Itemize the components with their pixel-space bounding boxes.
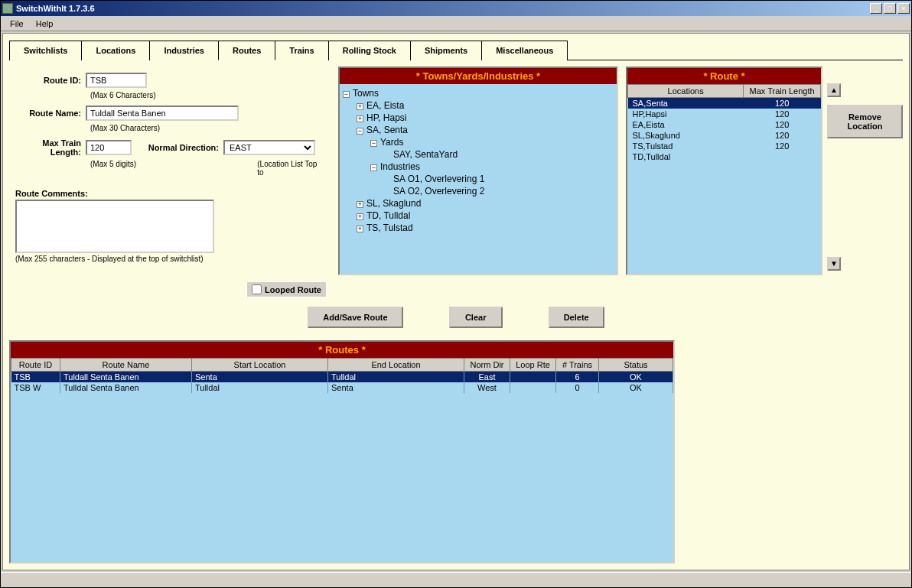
tab-miscellaneous[interactable]: Miscellaneous: [481, 41, 568, 60]
tree-toggle-icon[interactable]: +: [357, 213, 363, 220]
tab-rolling-stock[interactable]: Rolling Stock: [328, 41, 411, 60]
tree-item[interactable]: HP, Hapsi: [366, 112, 406, 123]
titlebar: SwitchWithIt 1.7.3.6 _ □ ×: [1, 1, 911, 16]
towns-tree[interactable]: −Towns +EA, Eista +HP, Hapsi −SA, Senta …: [340, 84, 617, 260]
col-norm-dir[interactable]: Norm Dir: [464, 359, 510, 372]
route-id-label: Route ID:: [15, 76, 86, 85]
tab-routes[interactable]: Routes: [218, 41, 275, 60]
route-cell-length: 120: [744, 141, 821, 151]
tab-switchlists[interactable]: Switchlists: [9, 41, 82, 60]
menu-file[interactable]: File: [4, 18, 30, 30]
statusbar: [1, 572, 911, 587]
route-cell-location: TS,Tulstad: [628, 141, 744, 151]
route-id-note: (Max 6 Characters): [90, 91, 324, 99]
route-panel: * Route * Locations Max Train Length SA,…: [626, 67, 822, 275]
tab-industries[interactable]: Industries: [149, 41, 219, 60]
tree-item[interactable]: SL, Skaglund: [366, 198, 421, 209]
tree-toggle-icon[interactable]: +: [357, 201, 363, 208]
cell-start: Senta: [192, 372, 328, 383]
add-save-route-button[interactable]: Add/Save Route: [308, 307, 402, 328]
tree-item[interactable]: SA O1, Overlevering 1: [393, 174, 484, 184]
comments-label: Route Comments:: [15, 189, 324, 198]
route-name-label: Route Name:: [15, 109, 86, 118]
cell-end: Tulldal: [328, 372, 464, 383]
cell-id: TSB W: [11, 382, 60, 393]
route-cell-location: SL,Skaglund: [628, 130, 744, 141]
comments-textarea[interactable]: [15, 200, 214, 253]
route-table: Locations Max Train Length SA,Senta120HP…: [627, 84, 821, 162]
route-row[interactable]: TD,Tulldal: [628, 151, 821, 162]
normal-dir-label: Normal Direction:: [132, 143, 223, 152]
tree-toggle-icon[interactable]: −: [370, 164, 377, 171]
route-id-input[interactable]: [86, 73, 147, 88]
looped-route-label: Looped Route: [265, 285, 321, 294]
tab-shipments[interactable]: Shipments: [410, 41, 482, 60]
tab-trains[interactable]: Trains: [275, 41, 328, 60]
tree-toggle-icon[interactable]: +: [357, 226, 363, 232]
col-loop-rte[interactable]: Loop Rte: [510, 359, 556, 372]
tree-toggle-icon[interactable]: +: [357, 115, 363, 122]
route-name-input[interactable]: [86, 106, 239, 121]
route-row[interactable]: TS,Tulstad120: [628, 141, 821, 151]
maximize-button[interactable]: □: [884, 3, 896, 14]
route-row[interactable]: SL,Skaglund120: [628, 130, 821, 141]
cell-status: OK: [599, 382, 673, 393]
clear-button[interactable]: Clear: [449, 307, 503, 328]
looped-route-row: Looped Route: [246, 281, 327, 297]
tree-toggle-icon[interactable]: −: [370, 140, 377, 147]
tree-item[interactable]: Industries: [380, 161, 420, 172]
route-cell-location: SA,Senta: [628, 98, 744, 109]
col-route-id[interactable]: Route ID: [11, 359, 60, 372]
menu-help[interactable]: Help: [30, 18, 60, 30]
cell-dir: West: [464, 382, 510, 393]
max-train-input[interactable]: [86, 140, 132, 155]
col-max-train-length[interactable]: Max Train Length: [744, 85, 821, 98]
route-row[interactable]: HP,Hapsi120: [628, 109, 821, 119]
minimize-button[interactable]: _: [870, 3, 882, 14]
scroll-down-icon[interactable]: ▼: [827, 257, 841, 271]
col-end-location[interactable]: End Location: [328, 359, 464, 372]
route-cell-length: [744, 151, 821, 162]
tree-item[interactable]: SA O2, Overlevering 2: [393, 186, 484, 197]
cell-dir: East: [464, 372, 510, 383]
tree-item[interactable]: Yards: [380, 137, 403, 148]
route-row[interactable]: EA,Eista120: [628, 119, 821, 130]
col-status[interactable]: Status: [599, 359, 673, 372]
tree-item[interactable]: SAY, SentaYard: [393, 149, 458, 160]
col-start-location[interactable]: Start Location: [192, 359, 328, 372]
route-row[interactable]: SA,Senta120: [628, 98, 821, 109]
routes-row[interactable]: TSBTuldall Senta BanenSentaTulldalEast6O…: [11, 372, 673, 383]
col-trains[interactable]: # Trains: [556, 359, 599, 372]
route-panel-header: * Route *: [627, 68, 821, 84]
tab-locations[interactable]: Locations: [81, 41, 150, 60]
tree-item[interactable]: TS, Tulstad: [366, 223, 413, 233]
tree-toggle-icon[interactable]: −: [357, 128, 363, 135]
col-locations[interactable]: Locations: [628, 85, 744, 98]
cell-loop: [510, 382, 556, 393]
cell-start: Tulldal: [192, 382, 328, 393]
delete-button[interactable]: Delete: [549, 307, 604, 328]
close-button[interactable]: ×: [897, 3, 910, 14]
normal-dir-select[interactable]: EAST: [223, 140, 315, 155]
cell-loop: [510, 372, 556, 383]
looped-route-checkbox[interactable]: [252, 284, 262, 294]
max-train-note: (Max 5 digits): [90, 160, 165, 177]
cell-trains: 0: [556, 382, 599, 393]
tree-item[interactable]: SA, Senta: [366, 125, 408, 135]
scroll-up-icon[interactable]: ▲: [827, 83, 841, 97]
route-cell-length: 120: [744, 98, 821, 109]
cell-trains: 6: [556, 372, 599, 383]
tree-root[interactable]: Towns: [353, 88, 379, 99]
routes-panel-header: * Routes *: [11, 342, 673, 358]
remove-location-button[interactable]: Remove Location: [827, 105, 903, 138]
routes-panel: * Routes * Route ID Route Name Start Loc…: [9, 340, 675, 564]
col-route-name[interactable]: Route Name: [60, 359, 192, 372]
tree-item[interactable]: TD, Tulldal: [366, 210, 410, 221]
towns-panel: * Towns/Yards/Industries * −Towns +EA, E…: [338, 67, 618, 275]
tree-toggle-icon[interactable]: +: [357, 103, 363, 110]
tree-item[interactable]: EA, Eista: [366, 100, 404, 111]
routes-row[interactable]: TSB WTulldal Senta BanenTulldalSentaWest…: [11, 382, 673, 393]
route-cell-length: 120: [744, 109, 821, 119]
tree-toggle-icon[interactable]: −: [343, 91, 350, 98]
app-icon: [2, 3, 13, 14]
